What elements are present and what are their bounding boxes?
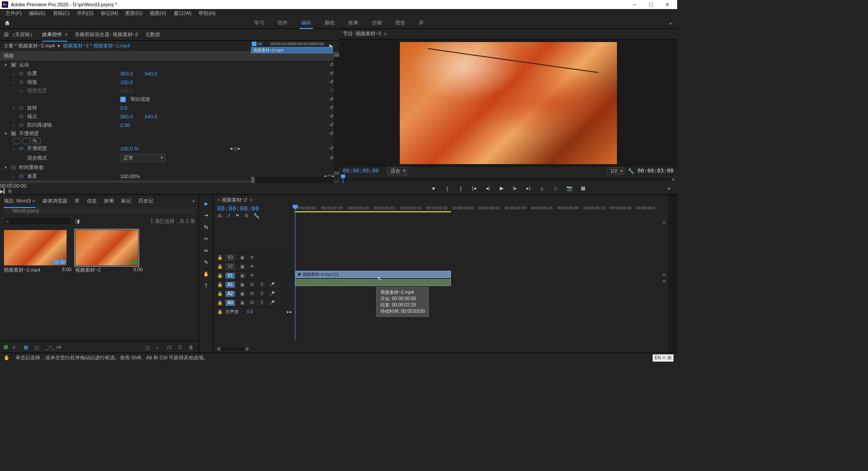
go-to-in-icon[interactable]: |◂ [471, 185, 478, 192]
toggle-sync-icon[interactable]: ▣ [239, 273, 245, 278]
track-header-a2[interactable]: 🔒A2▣MS🎤 [213, 289, 295, 298]
settings-icon[interactable]: ⚙ [244, 213, 249, 219]
lift-icon[interactable]: ⎌ [539, 185, 546, 192]
new-bin-icon[interactable]: 🗀 [167, 344, 173, 350]
timeline-timecode[interactable]: 00:00:00:00 [217, 205, 291, 212]
group-motion[interactable]: ▾fx运动↺ [0, 61, 339, 69]
filter-icon[interactable]: ◨ [75, 218, 80, 224]
home-icon[interactable] [3, 19, 12, 27]
uniform-scale-checkbox[interactable]: ✓ [120, 97, 126, 102]
track-header-master[interactable]: 🔒主声道0.0▸◂ [213, 307, 295, 316]
timeline-ruler[interactable]: 00:00:00:0000:00:00:1500:00:01:0000:00:0… [295, 205, 668, 221]
resolution-dropdown[interactable]: 1/2 [607, 167, 624, 174]
track-header-v2[interactable]: 🔒V2▣👁 [213, 262, 295, 271]
slip-tool[interactable]: ⇔ [202, 246, 210, 254]
toggle-sync-icon[interactable]: ▣ [239, 291, 245, 296]
add-keyframe-icon[interactable]: ◇ [233, 146, 237, 151]
delete-icon[interactable]: 🗑 [189, 344, 195, 350]
tab-info[interactable]: 信息 [87, 196, 97, 206]
panel-menu-icon[interactable]: ≡ [250, 197, 252, 203]
ripple-edit-tool[interactable]: ⇆ [202, 223, 210, 231]
menu-sequence[interactable]: 序列(S) [73, 9, 97, 17]
program-viewer[interactable] [339, 39, 677, 167]
stopwatch-icon[interactable]: ◷ [19, 122, 24, 128]
write-lock-icon[interactable] [4, 345, 8, 349]
next-keyframe-icon[interactable]: ▸ [238, 146, 241, 151]
breadcrumb-clip[interactable]: 视频素材~2 * 视频素材~2.mp4 [63, 42, 130, 49]
button-editor-icon[interactable]: + [665, 185, 673, 192]
lock-icon[interactable]: 🔒 [217, 273, 222, 278]
tab-history[interactable]: 历史记 [138, 196, 153, 206]
workspace-graphics[interactable]: 图形 [395, 17, 405, 29]
workspace-color[interactable]: 颜色 [325, 17, 335, 29]
menu-help[interactable]: 帮助(H) [195, 9, 219, 17]
program-timecode[interactable]: 00:00:00:00 [343, 168, 384, 174]
program-scrubber[interactable] [343, 175, 674, 183]
toggle-output-icon[interactable]: 👁 [249, 273, 255, 278]
mark-out-icon[interactable]: } [457, 185, 465, 192]
hand-tool[interactable]: ✋ [202, 270, 210, 278]
tab-markers[interactable]: 标记 [121, 196, 131, 206]
group-opacity[interactable]: ▾fx不透明度↺ [0, 129, 339, 138]
voice-icon[interactable]: 🎤 [269, 291, 275, 296]
track-header-a3[interactable]: 🔒A3▣MS🎤 [213, 298, 295, 307]
timeline-playhead[interactable] [295, 205, 295, 340]
menu-clip[interactable]: 剪辑(C) [49, 9, 73, 17]
voice-icon[interactable]: 🎤 [269, 300, 275, 305]
comparison-icon[interactable]: ▦ [579, 185, 587, 192]
razor-tool[interactable]: ✂ [202, 235, 210, 243]
ime-indicator[interactable]: ENㅁ简 [653, 354, 674, 362]
mark-in-icon[interactable]: { [444, 185, 451, 192]
menu-file[interactable]: 文件(F) [2, 9, 25, 17]
stopwatch-icon[interactable]: ◷ [19, 105, 24, 111]
project-item[interactable]: 视频素材~23:00 [75, 230, 143, 274]
menu-edit[interactable]: 编辑(E) [25, 9, 49, 17]
loop-icon[interactable]: ▶▎ [0, 188, 7, 194]
extract-icon[interactable]: ⎍ [552, 185, 560, 192]
workspace-learn[interactable]: 学习 [254, 17, 264, 29]
minimize-button[interactable]: ─ [626, 0, 643, 9]
project-item[interactable]: 视频素材~2.mp43:00 [4, 230, 71, 274]
workspace-libraries[interactable]: 库 [419, 17, 424, 29]
zoom-handle-left[interactable] [217, 347, 221, 351]
list-view-icon[interactable]: ≡ [13, 344, 19, 350]
video-clip[interactable]: ▣ 视频素材~2.mp4 [V] [295, 271, 451, 278]
rect-mask-button[interactable] [23, 138, 31, 144]
lock-icon[interactable]: 🔒 [217, 255, 222, 260]
toggle-sync-icon[interactable]: ▣ [239, 255, 245, 260]
tab-audio-mixer[interactable]: 音频剪辑混合器: 视频素材~2 [75, 29, 138, 40]
auto-sequence-icon[interactable]: ◫ [145, 344, 152, 350]
work-area-bar[interactable] [295, 211, 451, 212]
scroll-dot[interactable] [663, 273, 665, 276]
hand-tool-icon[interactable]: ✋ [4, 355, 10, 361]
linked-selection-icon[interactable]: ↺ [227, 213, 231, 219]
tab-project[interactable]: 项目: Word3 ≡ [4, 196, 35, 206]
play-icon[interactable]: ▶ [498, 185, 505, 192]
zoom-fit-dropdown[interactable]: 适合 [387, 167, 407, 175]
track-header-v1[interactable]: 🔒V1▣👁 [213, 271, 295, 280]
menu-marker[interactable]: 标记(M) [97, 9, 122, 17]
toggle-sync-icon[interactable]: ▣ [239, 282, 245, 287]
selection-tool[interactable]: ▶ [202, 199, 210, 207]
icon-view-icon[interactable]: ▦ [24, 344, 30, 350]
toggle-sync-icon[interactable]: ▣ [239, 264, 245, 269]
stopwatch-icon[interactable]: ◷ [19, 113, 24, 119]
timeline-tab[interactable]: 视频素材~2 [222, 197, 247, 203]
pen-tool[interactable]: ✎ [202, 258, 210, 266]
workspace-effects[interactable]: 效果 [348, 17, 358, 29]
tab-metadata[interactable]: 元数据 [145, 29, 160, 40]
panel-menu-icon[interactable]: ≡ [384, 31, 387, 37]
scroll-dot[interactable] [663, 221, 665, 224]
toggle-sync-icon[interactable]: ▣ [239, 300, 245, 305]
snap-icon[interactable]: ⁂ [217, 213, 222, 219]
effect-mini-timeline[interactable]: :00:00 00:00:01:00 00:00:02:00 00:00: 视频… [251, 42, 333, 54]
sort-icon[interactable]: ≡▾ [56, 344, 62, 350]
lock-icon[interactable]: 🔒 [217, 282, 222, 287]
toggle-output-icon[interactable]: 👁 [249, 255, 255, 260]
new-item-icon[interactable]: 🗋 [178, 344, 184, 350]
prev-keyframe-icon[interactable]: ◂ [230, 146, 232, 151]
export-frame-icon[interactable]: 📷 [566, 185, 573, 192]
sequence-thumbnail[interactable] [75, 230, 138, 266]
lock-icon[interactable]: 🔒 [217, 309, 222, 314]
group-time-remap[interactable]: ▾fx时间重映射 [0, 163, 339, 172]
